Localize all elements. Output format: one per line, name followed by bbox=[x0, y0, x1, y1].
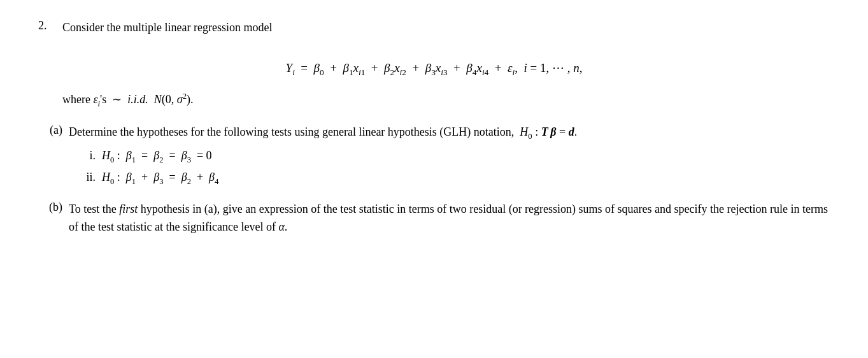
sub-items: i. H0 : β1 = β2 = β3 = 0 ii. bbox=[82, 147, 830, 188]
problem-intro: Consider the multiple linear regression … bbox=[62, 19, 272, 36]
part-a-label: (a) bbox=[45, 124, 62, 137]
sub-item-ii: ii. H0 : β1 + β3 = β2 + β4 bbox=[82, 169, 830, 188]
part-a-content: Determine the hypotheses for the followi… bbox=[69, 124, 830, 187]
problem-number: 2. bbox=[38, 19, 57, 32]
part-b-content: To test the first hypothesis in (a), giv… bbox=[69, 201, 830, 236]
part-a-text: Determine the hypotheses for the followi… bbox=[69, 125, 577, 138]
part-b-label: (b) bbox=[45, 201, 62, 214]
where-line: where εi's ∼ i.i.d. N(0, σ2). bbox=[62, 92, 830, 109]
problem-container: 2. Consider the multiple linear regressi… bbox=[38, 19, 830, 236]
sub-item-ii-content: H0 : β1 + β3 = β2 + β4 bbox=[102, 169, 218, 188]
sub-item-ii-label: ii. bbox=[82, 169, 96, 187]
parts-container: (a) Determine the hypotheses for the fol… bbox=[45, 124, 830, 236]
problem-header: 2. Consider the multiple linear regressi… bbox=[38, 19, 830, 36]
main-equation: Yi = β0 + β1xi1 + β2xi2 + β3xi3 + β4xi4 … bbox=[38, 61, 830, 78]
sub-item-i-label: i. bbox=[82, 147, 96, 165]
sub-item-i: i. H0 : β1 = β2 = β3 = 0 bbox=[82, 147, 830, 166]
sub-item-i-content: H0 : β1 = β2 = β3 = 0 bbox=[102, 147, 212, 166]
equation-text: Yi = β0 + β1xi1 + β2xi2 + β3xi3 + β4xi4 … bbox=[286, 61, 583, 75]
part-b: (b) To test the first hypothesis in (a),… bbox=[45, 201, 830, 236]
part-a: (a) Determine the hypotheses for the fol… bbox=[45, 124, 830, 187]
